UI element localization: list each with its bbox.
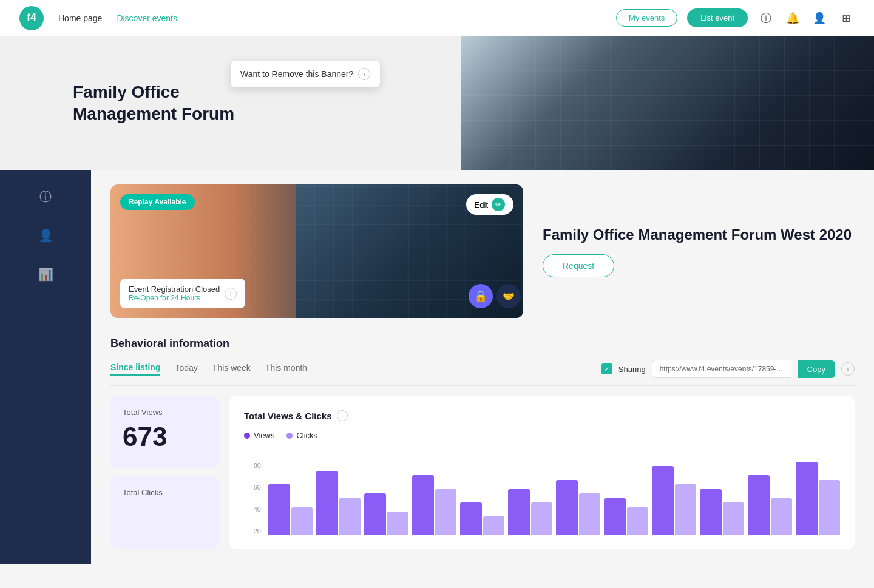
y-label-60: 60 xyxy=(244,484,263,491)
bar-group xyxy=(364,493,408,535)
views-dot xyxy=(244,433,250,439)
bar-group xyxy=(604,498,648,535)
tab-this-week[interactable]: This week xyxy=(212,363,251,375)
bar-group xyxy=(556,480,600,535)
chart-area: Total Views & Clicks i Views Clicks xyxy=(229,396,855,549)
clicks-dot xyxy=(286,433,293,439)
nav-links: Home page Discover events xyxy=(58,13,616,23)
bar-group xyxy=(508,489,552,535)
sidebar-user-icon[interactable]: 👤 xyxy=(33,223,58,248)
chart-info-icon[interactable]: i xyxy=(337,410,348,421)
legend-views: Views xyxy=(244,431,274,440)
bar-clicks xyxy=(435,489,457,535)
sidebar-chart-icon[interactable]: 📊 xyxy=(33,262,58,286)
hero-title: Family Office Management Forum xyxy=(73,81,234,126)
request-button[interactable]: Request xyxy=(543,254,614,277)
info-icon[interactable]: ⓘ xyxy=(757,10,774,27)
nav-right: My events List event ⓘ 🔔 👤 ⊞ xyxy=(616,8,855,27)
bar-views xyxy=(556,480,578,535)
bar-clicks xyxy=(579,493,601,535)
bar-views xyxy=(748,475,770,535)
sharing-info-icon[interactable]: i xyxy=(841,362,855,376)
behavioral-tabs: Since listing Today This week This month… xyxy=(110,360,855,386)
behavioral-section: Behavioral information Since listing Tod… xyxy=(110,337,855,549)
bar-clicks xyxy=(675,484,697,535)
edit-button[interactable]: Edit ✏ xyxy=(466,194,513,215)
bar-views xyxy=(316,471,338,535)
event-reg-status: Event Registration Closed xyxy=(129,285,220,294)
logo[interactable]: f4 xyxy=(19,6,44,30)
sharing-area: ✓ Sharing Copy i xyxy=(601,360,855,378)
stats-area: Total Views 673 Total Clicks Total Views… xyxy=(110,396,855,549)
user-icon[interactable]: 👤 xyxy=(811,10,828,27)
tooltip-info-icon[interactable]: i xyxy=(358,68,370,80)
layout-icon[interactable]: ⊞ xyxy=(838,10,855,27)
bar-clicks xyxy=(627,507,649,535)
bar-clicks xyxy=(819,480,841,535)
sidebar-info-icon[interactable]: ⓘ xyxy=(33,184,58,209)
bar-clicks xyxy=(723,502,745,535)
event-reg-info-icon[interactable]: i xyxy=(225,288,237,300)
sharing-checkbox[interactable]: ✓ xyxy=(601,363,612,374)
total-views-label: Total Views xyxy=(123,408,208,417)
behavioral-title: Behavioral information xyxy=(110,337,855,350)
event-registration-box: Event Registration Closed Re-Open for 24… xyxy=(120,279,245,308)
y-label-20: 20 xyxy=(244,527,263,535)
bar-group xyxy=(796,462,840,535)
event-card: Replay Available Edit ✏ Event Registrati… xyxy=(110,184,523,318)
legend-clicks: Clicks xyxy=(286,431,317,440)
replay-badge: Replay Available xyxy=(120,194,195,210)
lock-icon: 🔒 xyxy=(469,284,493,308)
bell-icon[interactable]: 🔔 xyxy=(784,10,801,27)
copy-button[interactable]: Copy xyxy=(798,360,835,378)
bar-views xyxy=(652,466,674,535)
bar-views xyxy=(268,484,290,535)
navbar: f4 Home page Discover events My events L… xyxy=(0,0,874,36)
my-events-button[interactable]: My events xyxy=(616,9,677,27)
bar-views xyxy=(364,493,386,535)
bar-group xyxy=(460,502,504,535)
bar-clicks xyxy=(771,498,793,535)
tab-since-listing[interactable]: Since listing xyxy=(110,362,160,376)
total-clicks-label: Total Clicks xyxy=(123,488,208,497)
list-event-button[interactable]: List event xyxy=(687,8,748,27)
edit-pencil-icon: ✏ xyxy=(492,198,505,211)
banner-tooltip: Want to Remove this Banner? i xyxy=(231,61,380,87)
sharing-url-input[interactable] xyxy=(652,360,791,378)
bar-group xyxy=(268,484,313,535)
total-views-value: 673 xyxy=(123,422,208,452)
y-axis: 80 60 40 20 xyxy=(244,462,263,535)
main-container: ⓘ 👤 📊 Replay Available Edit ✏ Event Regi… xyxy=(0,170,874,564)
event-section: Replay Available Edit ✏ Event Registrati… xyxy=(110,184,855,318)
total-views-card: Total Views 673 xyxy=(110,396,220,468)
bar-clicks xyxy=(339,498,361,535)
nav-home[interactable]: Home page xyxy=(58,13,102,23)
sharing-label: Sharing xyxy=(618,365,646,374)
legend-clicks-label: Clicks xyxy=(296,431,317,440)
bars-container xyxy=(268,462,840,535)
bar-group xyxy=(700,489,744,535)
y-label-80: 80 xyxy=(244,462,263,469)
chart-header: Total Views & Clicks i xyxy=(244,410,840,421)
chart-legend: Views Clicks xyxy=(244,431,840,440)
bar-group xyxy=(316,471,361,535)
chart-title: Total Views & Clicks xyxy=(244,411,332,421)
bar-views xyxy=(508,489,530,535)
bar-clicks xyxy=(531,502,553,535)
bar-group xyxy=(748,475,792,535)
bar-clicks xyxy=(291,507,313,535)
bar-views xyxy=(604,498,626,535)
nav-discover[interactable]: Discover events xyxy=(117,13,177,23)
tab-this-month[interactable]: This month xyxy=(265,363,307,375)
event-title: Family Office Management Forum West 2020 xyxy=(543,225,852,244)
event-reg-reopen[interactable]: Re-Open for 24 Hours xyxy=(129,294,220,302)
tab-today[interactable]: Today xyxy=(175,363,197,375)
content-area: Replay Available Edit ✏ Event Registrati… xyxy=(91,170,874,564)
sidebar: ⓘ 👤 📊 xyxy=(0,170,91,564)
stats-left: Total Views 673 Total Clicks xyxy=(110,396,220,549)
bar-clicks xyxy=(387,512,409,535)
bar-group xyxy=(412,475,456,535)
hero-banner: Family Office Management Forum Want to R… xyxy=(0,36,874,170)
bar-views xyxy=(796,462,818,535)
bar-group xyxy=(652,466,696,535)
